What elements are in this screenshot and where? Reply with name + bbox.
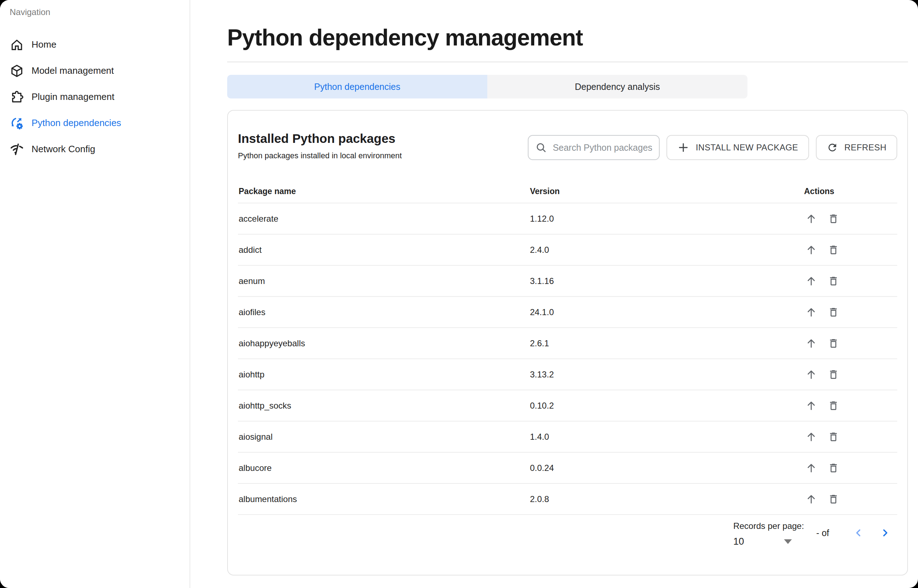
row-actions [804, 492, 897, 506]
column-header-version: Version [530, 187, 804, 196]
row-actions [804, 336, 897, 351]
package-name-cell: accelerate [238, 214, 530, 224]
sidebar-item-network-config[interactable]: Network Config [0, 136, 189, 162]
records-per-page: Records per page: 10 [733, 521, 804, 547]
tab-dependency-analysis[interactable]: Dependency analysis [487, 75, 748, 99]
table-header-row: Package name Version Actions [238, 180, 897, 204]
package-version-cell: 3.13.2 [530, 370, 804, 380]
table-row: aiohttp_socks 0.10.2 [238, 390, 897, 422]
delete-package-button[interactable] [826, 430, 840, 444]
package-version-cell: 2.6.1 [530, 338, 804, 349]
table-row: albumentations 2.0.8 [238, 484, 897, 515]
row-actions [804, 243, 897, 257]
upgrade-package-button[interactable] [804, 492, 818, 506]
sidebar-item-label: Model management [32, 65, 114, 76]
row-actions [804, 430, 897, 444]
records-per-page-select[interactable]: 10 [733, 536, 792, 547]
pager [853, 527, 891, 539]
page-range-label: - of [816, 528, 829, 538]
column-header-package-name: Package name [238, 187, 530, 196]
sidebar: Navigation Home Model ma [0, 0, 190, 588]
page-title: Python dependency management [227, 24, 908, 51]
delete-package-button[interactable] [826, 336, 840, 351]
package-table-body: accelerate 1.12.0 addict 2.4.0 [238, 204, 897, 515]
upgrade-package-button[interactable] [804, 243, 818, 257]
next-page-button[interactable] [879, 527, 891, 539]
package-name-cell: aiohappyeyeballs [238, 338, 530, 349]
installed-packages-card: Installed Python packages Python package… [227, 110, 908, 575]
package-name-cell: aenum [238, 276, 530, 286]
card-header: Installed Python packages Python package… [238, 111, 897, 160]
delete-package-button[interactable] [826, 274, 840, 288]
puzzle-icon [9, 89, 24, 105]
table-row: aiohttp 3.13.2 [238, 359, 897, 390]
chevron-down-icon [784, 539, 792, 544]
delete-package-button[interactable] [826, 367, 840, 382]
install-new-package-button[interactable]: INSTALL NEW PACKAGE [667, 135, 809, 160]
upgrade-package-button[interactable] [804, 305, 818, 320]
card-title: Installed Python packages [238, 131, 402, 146]
package-version-cell: 1.12.0 [530, 214, 804, 224]
card-subtitle: Python packages installed in local envir… [238, 151, 402, 160]
delete-package-button[interactable] [826, 212, 840, 226]
upgrade-package-button[interactable] [804, 274, 818, 288]
sidebar-item-label: Home [32, 39, 56, 50]
tab-bar: Python dependencies Dependency analysis [227, 75, 748, 99]
delete-package-button[interactable] [826, 492, 840, 506]
table-row: aiohappyeyeballs 2.6.1 [238, 328, 897, 359]
sidebar-item-home[interactable]: Home [0, 32, 189, 58]
package-name-cell: aiohttp [238, 370, 530, 380]
row-actions [804, 399, 897, 413]
card-header-text: Installed Python packages Python package… [238, 131, 402, 160]
table-row: accelerate 1.12.0 [238, 204, 897, 234]
cube-icon [9, 63, 24, 78]
sidebar-item-plugin-management[interactable]: Plugin management [0, 84, 189, 110]
row-actions [804, 461, 897, 475]
package-name-cell: albumentations [238, 494, 530, 504]
sidebar-title: Navigation [0, 7, 189, 17]
package-name-cell: aiofiles [238, 307, 530, 317]
delete-package-button[interactable] [826, 399, 840, 413]
main-content: Python dependency management Python depe… [191, 0, 918, 588]
row-actions [804, 367, 897, 382]
previous-page-button[interactable] [853, 527, 864, 539]
upgrade-package-button[interactable] [804, 461, 818, 475]
delete-package-button[interactable] [826, 243, 840, 257]
sidebar-item-label: Python dependencies [32, 118, 121, 129]
delete-package-button[interactable] [826, 461, 840, 475]
records-per-page-label: Records per page: [733, 521, 804, 531]
table-footer: Records per page: 10 - of [238, 515, 897, 553]
sidebar-item-python-dependencies[interactable]: Python dependencies [0, 110, 189, 136]
package-version-cell: 1.4.0 [530, 432, 804, 442]
column-header-actions: Actions [804, 187, 897, 196]
table-row: aiofiles 24.1.0 [238, 297, 897, 328]
table-row: addict 2.4.0 [238, 234, 897, 266]
row-actions [804, 305, 897, 320]
search-input[interactable] [552, 142, 654, 153]
sidebar-item-model-management[interactable]: Model management [0, 58, 189, 84]
tab-python-dependencies[interactable]: Python dependencies [227, 75, 487, 99]
table-row: aenum 3.1.16 [238, 266, 897, 297]
delete-package-button[interactable] [826, 305, 840, 320]
packages-table: Package name Version Actions accelerate … [238, 180, 897, 553]
row-actions [804, 274, 897, 288]
package-version-cell: 2.0.8 [530, 494, 804, 504]
upgrade-package-button[interactable] [804, 336, 818, 351]
card-controls: INSTALL NEW PACKAGE REFRESH [528, 135, 897, 160]
home-icon [9, 37, 24, 52]
sidebar-item-label: Network Config [32, 144, 95, 155]
records-per-page-value: 10 [733, 536, 744, 547]
upgrade-package-button[interactable] [804, 212, 818, 226]
refresh-icon [827, 142, 838, 153]
table-row: aiosignal 1.4.0 [238, 422, 897, 452]
package-name-cell: aiosignal [238, 432, 530, 442]
network-icon [9, 142, 24, 157]
upgrade-package-button[interactable] [804, 399, 818, 413]
upgrade-package-button[interactable] [804, 430, 818, 444]
package-name-cell: aiohttp_socks [238, 401, 530, 411]
refresh-button[interactable]: REFRESH [816, 135, 897, 160]
upgrade-package-button[interactable] [804, 367, 818, 382]
package-version-cell: 2.4.0 [530, 245, 804, 255]
table-row: albucore 0.0.24 [238, 452, 897, 484]
title-divider [227, 61, 908, 62]
